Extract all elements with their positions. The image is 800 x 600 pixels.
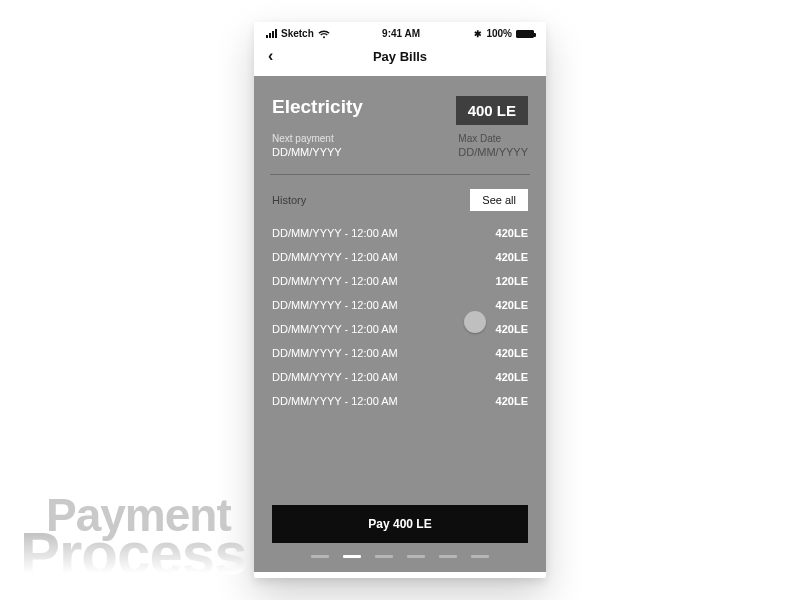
page-indicator	[272, 555, 528, 558]
divider	[270, 174, 530, 175]
scroll-knob[interactable]	[464, 311, 486, 333]
amount-badge: 400 LE	[456, 96, 528, 125]
bill-title: Electricity	[272, 96, 363, 118]
history-row: DD/MM/YYYY - 12:00 AM420LE	[272, 293, 528, 317]
next-payment-value: DD/MM/YYYY	[272, 146, 342, 158]
page-dot[interactable]	[311, 555, 329, 558]
history-row: DD/MM/YYYY - 12:00 AM420LE	[272, 245, 528, 269]
page-dot[interactable]	[471, 555, 489, 558]
bill-panel: Electricity 400 LE Next payment DD/MM/YY…	[254, 76, 546, 572]
history-list[interactable]: DD/MM/YYYY - 12:00 AM420LE DD/MM/YYYY - …	[272, 221, 528, 495]
page-title: Pay Bills	[373, 49, 427, 64]
bluetooth-icon: ✱	[474, 29, 482, 39]
phone-frame: Sketch 9:41 AM ✱ 100% ‹ Pay Bills Electr…	[254, 22, 546, 578]
battery-percent: 100%	[486, 28, 512, 39]
max-date-value: DD/MM/YYYY	[458, 146, 528, 158]
history-row: DD/MM/YYYY - 12:00 AM420LE	[272, 389, 528, 413]
page-dot[interactable]	[439, 555, 457, 558]
max-date-label: Max Date	[458, 133, 528, 144]
page-dot[interactable]	[375, 555, 393, 558]
history-row: DD/MM/YYYY - 12:00 AM420LE	[272, 317, 528, 341]
see-all-button[interactable]: See all	[470, 189, 528, 211]
history-row: DD/MM/YYYY - 12:00 AM420LE	[272, 221, 528, 245]
history-label: History	[272, 194, 306, 206]
history-row: DD/MM/YYYY - 12:00 AM120LE	[272, 269, 528, 293]
page-dot[interactable]	[343, 555, 361, 558]
status-bar: Sketch 9:41 AM ✱ 100%	[254, 22, 546, 41]
status-time: 9:41 AM	[382, 28, 420, 39]
background-wordmark: Payment Process	[46, 497, 247, 578]
signal-icon	[266, 29, 277, 38]
page-dot[interactable]	[407, 555, 425, 558]
history-row: DD/MM/YYYY - 12:00 AM420LE	[272, 341, 528, 365]
history-row: DD/MM/YYYY - 12:00 AM420LE	[272, 365, 528, 389]
battery-icon	[516, 30, 534, 38]
carrier-label: Sketch	[281, 28, 314, 39]
back-button[interactable]: ‹	[268, 47, 273, 65]
pay-button[interactable]: Pay 400 LE	[272, 505, 528, 543]
wifi-icon	[318, 30, 328, 38]
next-payment-label: Next payment	[272, 133, 342, 144]
nav-bar: ‹ Pay Bills	[254, 41, 546, 76]
